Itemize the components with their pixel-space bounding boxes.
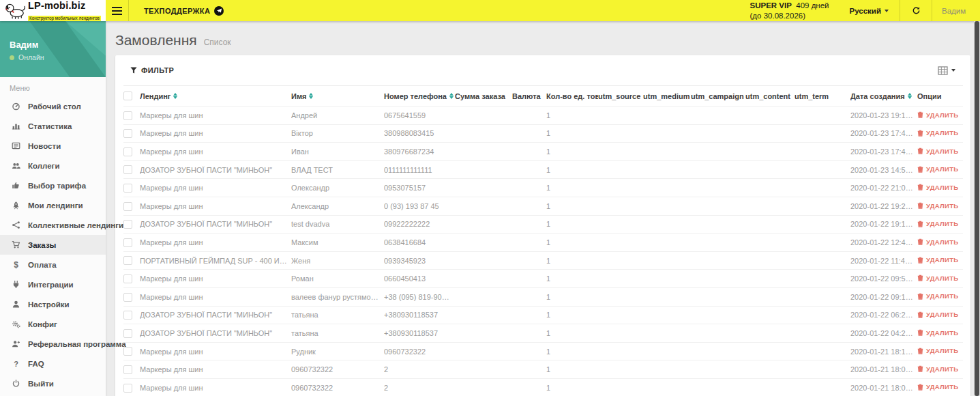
plug-icon: [10, 280, 22, 289]
row-checkbox[interactable]: [123, 384, 132, 393]
row-checkbox[interactable]: [123, 147, 132, 156]
cell-name: Олександр: [291, 179, 384, 197]
cell-phone: 0675641559: [384, 107, 455, 125]
delete-button[interactable]: УДАЛИТЬ: [917, 111, 958, 119]
cell-qty: 1: [546, 234, 598, 252]
column-header: utm_source: [598, 86, 643, 107]
select-all-checkbox[interactable]: [123, 91, 132, 100]
cell-order-sum: [455, 143, 512, 161]
sidebar-item-colleagues[interactable]: Коллеги: [0, 156, 106, 175]
delete-button[interactable]: УДАЛИТЬ: [917, 238, 958, 246]
sidebar-item-dashboard[interactable]: Рабочий стол: [0, 96, 106, 116]
delete-button[interactable]: УДАЛИТЬ: [917, 220, 958, 227]
row-checkbox[interactable]: [123, 365, 132, 374]
user-menu[interactable]: Вадим: [932, 0, 980, 21]
sidebar-item-logout[interactable]: Выйти: [0, 373, 106, 393]
row-checkbox[interactable]: [123, 329, 132, 338]
row-checkbox[interactable]: [123, 184, 132, 193]
sidebar-item-news[interactable]: Новости: [0, 136, 106, 156]
cell-options: УДАЛИТЬ: [917, 378, 963, 396]
sidebar-item-faq[interactable]: ? FAQ: [0, 354, 106, 373]
row-checkbox[interactable]: [123, 220, 132, 229]
delete-button[interactable]: УДАЛИТЬ: [917, 383, 958, 391]
sidebar-item-collective-landings[interactable]: Коллективные лендинги: [0, 215, 106, 235]
row-checkbox[interactable]: [123, 311, 132, 320]
row-checkbox[interactable]: [123, 202, 132, 211]
column-header[interactable]: Имя: [291, 86, 384, 107]
cell-qty: 1: [546, 270, 598, 288]
table-row: Маркеры для шин Андрей 0675641559 1 2020…: [123, 107, 963, 125]
row-checkbox[interactable]: [123, 165, 132, 174]
cell-phone: +380930118537: [384, 306, 455, 324]
cell-utm-source: [598, 179, 643, 197]
cell-created: 2020-01-21 18:06:50: [850, 360, 917, 379]
sidebar-item-referral[interactable]: Реферальная программа: [0, 334, 106, 354]
column-visibility-button[interactable]: [934, 63, 960, 78]
scrollbar-thumb[interactable]: [975, 21, 979, 396]
cell-utm-source: [598, 342, 643, 360]
column-header[interactable]: Номер телефона: [384, 86, 455, 107]
support-button[interactable]: ТЕХПОДДЕРЖКА: [129, 0, 236, 21]
trash-icon: [917, 311, 923, 318]
cell-phone: 0638416684: [384, 234, 455, 252]
cell-utm-campaign: [691, 251, 745, 270]
cell-options: УДАЛИТЬ: [917, 287, 963, 306]
cell-utm-medium: [643, 160, 691, 179]
delete-button[interactable]: УДАЛИТЬ: [917, 347, 958, 354]
cell-phone: 0 (93) 193 87 45: [384, 197, 455, 215]
cell-created: 2020-01-23 17:41:43: [850, 143, 917, 161]
delete-button[interactable]: УДАЛИТЬ: [917, 202, 958, 210]
rocket-icon: [10, 201, 22, 210]
table-row: Маркеры для шин Александр 0 (93) 193 87 …: [123, 197, 963, 215]
row-checkbox[interactable]: [123, 293, 132, 302]
logo[interactable]: LP-mobi.biz Конструктор мобильных лендин…: [0, 0, 106, 21]
cell-utm-source: [598, 234, 643, 252]
row-checkbox[interactable]: [123, 129, 132, 138]
row-checkbox[interactable]: [123, 256, 132, 265]
row-checkbox[interactable]: [123, 347, 132, 356]
filter-button[interactable]: ФИЛЬТР: [130, 66, 174, 74]
column-header[interactable]: Лендинг: [140, 86, 291, 107]
row-checkbox[interactable]: [123, 238, 132, 247]
cell-order-sum: [455, 378, 512, 396]
delete-button[interactable]: УДАЛИТЬ: [917, 256, 958, 264]
delete-button[interactable]: УДАЛИТЬ: [917, 365, 958, 373]
cell-utm-medium: [643, 360, 691, 379]
delete-button[interactable]: УДАЛИТЬ: [917, 147, 958, 155]
cell-created: 2020-01-22 09:12:28: [850, 287, 917, 306]
column-header[interactable]: Дата создания: [850, 86, 917, 107]
delete-button[interactable]: УДАЛИТЬ: [917, 292, 958, 300]
row-checkbox[interactable]: [123, 274, 132, 283]
sidebar-item-tariff[interactable]: Выбор тарифа: [0, 175, 106, 195]
refresh-button[interactable]: [900, 0, 932, 21]
row-checkbox[interactable]: [123, 111, 132, 120]
sidebar-item-config[interactable]: Конфиг: [0, 314, 106, 334]
sidebar-item-my-landings[interactable]: Мои лендинги: [0, 195, 106, 215]
delete-button[interactable]: УДАЛИТЬ: [917, 329, 958, 337]
delete-button[interactable]: УДАЛИТЬ: [917, 184, 958, 191]
cell-utm-content: [745, 215, 795, 234]
cell-name: ВЛАД ТЕСТ: [291, 160, 384, 179]
cell-phone: 0111111111111: [384, 160, 455, 179]
sidebar-item-statistics[interactable]: Статистика: [0, 116, 106, 136]
table-row: Маркеры для шин Олександр 0953075157 1 2…: [123, 179, 963, 197]
cell-name: test dvadva: [291, 215, 384, 234]
hamburger-menu-icon[interactable]: [106, 0, 128, 21]
cell-utm-source: [598, 160, 643, 179]
cell-utm-medium: [643, 324, 691, 343]
plan-badge: SUPER VIP 409 дней (до 30.08.2026): [750, 1, 839, 20]
sidebar-item-orders[interactable]: Заказы: [0, 235, 106, 255]
delete-button[interactable]: УДАЛИТЬ: [917, 165, 958, 173]
language-selector[interactable]: Русский: [839, 0, 900, 21]
delete-button[interactable]: УДАЛИТЬ: [917, 129, 958, 137]
delete-button[interactable]: УДАЛИТЬ: [917, 311, 958, 318]
sidebar-item-settings[interactable]: Настройки: [0, 294, 106, 314]
delete-button[interactable]: УДАЛИТЬ: [917, 274, 958, 282]
bar-chart-icon: [10, 122, 22, 130]
dashboard-icon: [10, 102, 22, 111]
sidebar-item-payment[interactable]: $ Оплата: [0, 255, 106, 274]
cell-currency: [512, 107, 546, 125]
sidebar-item-integrations[interactable]: Интеграции: [0, 274, 106, 294]
online-status-dot: [10, 55, 14, 60]
cell-utm-content: [745, 270, 795, 288]
